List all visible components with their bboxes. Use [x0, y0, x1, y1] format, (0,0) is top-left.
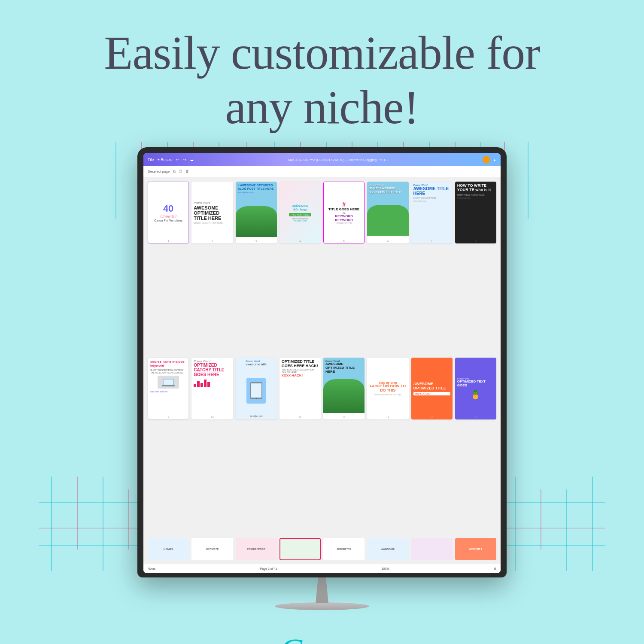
card9-label: 9 — [167, 416, 169, 418]
canvas-templates-row1: 40 Cheerful Canva Pin Templates 1 Power … — [143, 177, 501, 358]
card9-desc: SHORT DESCRIPTION ON WHAT THEY'LL LEARN … — [150, 369, 186, 374]
bar3 — [200, 383, 203, 387]
duplicate-icon[interactable]: ❐ — [179, 170, 182, 173]
card7-title: AWESOME TITLE HERE — [413, 186, 450, 196]
undo-icon[interactable]: ↩ — [176, 158, 179, 162]
svg-point-22 — [255, 398, 257, 399]
card7-label: 7 — [431, 240, 432, 243]
partial-card-1[interactable]: HOMES — [148, 538, 189, 560]
card5-hash: # — [342, 201, 346, 208]
deselect-button[interactable]: Deselect page — [148, 170, 170, 173]
template-card-1[interactable]: 40 Cheerful Canva Pin Templates 1 — [148, 182, 189, 243]
headline-line1: Easily customizable for — [104, 26, 540, 80]
partial-card-8[interactable]: AWESOME T — [455, 538, 496, 560]
card15-title: AWESOME OPTIMIZED TITLE — [413, 382, 450, 391]
template-card-9[interactable]: course name include keyword SHORT DESCRI… — [148, 358, 189, 419]
user-avatar — [483, 156, 490, 164]
bar5 — [207, 382, 210, 387]
card5-url: YOURLINKCOM — [336, 222, 352, 225]
bar4 — [204, 380, 207, 387]
partial-card-6[interactable]: AWESOME — [367, 538, 408, 560]
notes-button[interactable]: Notes — [148, 567, 155, 570]
file-menu[interactable]: File — [148, 158, 154, 162]
bar2 — [197, 381, 200, 387]
card13-title: AWESOME OPTIMIZED TITLE HERE — [325, 362, 362, 374]
template-card-12[interactable]: OPTIMIZED TITLE GOES HERE HACK! TWO SENT… — [279, 358, 321, 419]
card3-title: # AWESOME OPTIMIZED BLOG POST TITLE HERE — [238, 184, 275, 190]
template-card-3[interactable]: # AWESOME OPTIMIZED BLOG POST TITLE HERE… — [236, 182, 277, 243]
share-button[interactable]: ▲ — [493, 158, 496, 162]
template-card-14[interactable]: Step by Step GUIDE ON HOW TO DO THIS SHO… — [367, 358, 408, 419]
template-card-2[interactable]: Power Word AWESOME OPTIMIZED TITLE HERE … — [191, 182, 233, 243]
card16-title: OPTIMIZED TEXT GOES — [457, 380, 494, 388]
card12-sub: TWO SENTENCE DESCRIPTION CAN GO HERE — [282, 368, 319, 374]
canvas-templates-row2: course name include keyword SHORT DESCRI… — [143, 358, 501, 538]
card9-laptop — [158, 376, 179, 389]
copy-icon[interactable]: ⧉ — [173, 170, 176, 174]
card2-label: 2 — [212, 240, 213, 243]
monitor-screen: File + Resize ↩ ↪ ☁ MASTER COPY2 (DO NOT… — [143, 153, 501, 573]
template-card-10[interactable]: Power Word OPTIMIZED CATCHY TITLE GOES H… — [191, 358, 233, 419]
template-card-15[interactable]: AWESOME OPTIMIZED TITLE PRO FEATURE 15 — [411, 358, 453, 419]
card12-hack: XXXX HACK! — [282, 374, 319, 377]
monitor-wrapper: File + Resize ↩ ↪ ☁ MASTER COPY2 (DO NOT… — [137, 147, 507, 610]
template-card-4[interactable]: optimizedtitle here FREE PRINTABLE! shor… — [279, 182, 321, 243]
card4-label: 4 — [299, 240, 301, 243]
card2-pw: Power Word — [194, 201, 231, 204]
headline: Easily customizable for any niche! — [104, 26, 540, 134]
card3-label: 3 — [255, 240, 257, 243]
settings-icon[interactable]: ⚙ — [494, 567, 496, 571]
toolbar-right: ▲ — [483, 156, 496, 164]
card13-hills — [323, 379, 365, 413]
partial-card-7[interactable] — [411, 538, 453, 560]
card16-pineapple: 🍍 — [457, 389, 494, 400]
card15-badge: PRO FEATURE — [413, 392, 450, 395]
card10-title: OPTIMIZED CATCHY TITLE GOES HERE — [194, 363, 231, 377]
card3-hills — [236, 206, 277, 237]
card11-label: 11 — [255, 416, 258, 419]
card8-title: HOW TO WRITE YOUR TE who is it — [457, 184, 494, 192]
template-card-16[interactable]: Power Wo OPTIMIZED TEXT GOES 🍍 16 — [455, 358, 496, 419]
card14-title: GUIDE ON HOW TO DO THIS — [369, 384, 406, 393]
card16-label: 16 — [474, 416, 477, 419]
resize-button[interactable]: + Resize — [158, 158, 173, 162]
card8-url: YOURLINK.COM — [457, 197, 494, 199]
partial-card-4[interactable] — [279, 538, 321, 560]
card13-overlay: Power Word AWESOME OPTIMIZED TITLE HERE — [325, 360, 362, 374]
partial-card-3[interactable]: Power Word — [236, 538, 277, 560]
monitor-stand — [279, 577, 365, 610]
card6-label: 6 — [387, 240, 389, 243]
partial-card-2[interactable]: Ultimate — [191, 538, 233, 560]
stand-base — [275, 602, 369, 610]
page-indicator: Page 1 of 41 — [260, 567, 277, 570]
card12-title: OPTIMIZED TITLE GOES HERE HACK! — [282, 360, 319, 368]
card2-sub: SHORT DESCRIPTION HERE — [194, 222, 231, 224]
template-card-11[interactable]: Power Word awesome title for who is it 1… — [236, 358, 277, 419]
delete-icon[interactable]: 🗑 — [185, 170, 189, 173]
template-card-6[interactable]: Power Word super awesome optimized title… — [367, 182, 408, 243]
redo-icon[interactable]: ↪ — [183, 158, 186, 162]
card11-title: awesome title — [246, 362, 267, 366]
save-icon[interactable]: ☁ — [190, 158, 194, 162]
template-card-7[interactable]: Power Word AWESOME TITLE HERE SHORT DESC… — [411, 182, 453, 243]
template-card-5[interactable]: # TITLE GOES HERE the KEYWORD KEYWORD YO… — [323, 182, 365, 243]
template-card-13[interactable]: Power Word AWESOME OPTIMIZED TITLE HERE … — [323, 358, 365, 419]
card3-desc: descriptive words — [238, 191, 275, 194]
card15-label: 15 — [430, 416, 433, 419]
secondary-toolbar: Deselect page ⧉ ❐ 🗑 — [143, 166, 501, 177]
card12-label: 12 — [299, 416, 302, 419]
stand-neck — [309, 577, 335, 603]
template-card-8[interactable]: HOW TO WRITE YOUR TE who is it WITH THES… — [455, 182, 496, 243]
svg-rect-18 — [164, 380, 173, 385]
card13-label: 13 — [343, 416, 346, 419]
card7-url: YOURLINK.COM — [413, 200, 450, 202]
card1-word1: Cheerful — [160, 214, 176, 219]
partial-card-5[interactable]: DESCRIPTIVE — [323, 538, 365, 560]
card4-url: YOURLINK.COM — [293, 220, 307, 222]
card4-badge: FREE PRINTABLE! — [289, 213, 311, 216]
card4-opt: optimizedtitle here — [292, 204, 309, 212]
canvas-templates-row3-partial: HOMES Ultimate Power Word DESCRIPTIVE AW… — [143, 538, 501, 564]
headline-line2: any niche! — [104, 80, 540, 135]
monitor: File + Resize ↩ ↪ ☁ MASTER COPY2 (DO NOT… — [137, 147, 507, 577]
card14-label: 14 — [386, 416, 389, 419]
